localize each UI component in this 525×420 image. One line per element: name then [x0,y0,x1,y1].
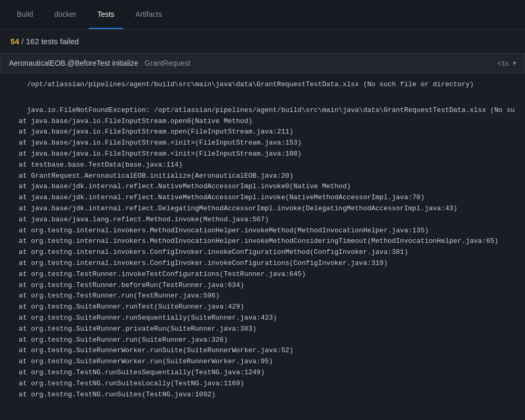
test-header-left: AeronauticalEOB.@BeforeTest initialize G… [9,59,190,67]
test-item-header[interactable]: AeronauticalEOB.@BeforeTest initialize G… [0,53,525,73]
error-line: at org.testng.SuiteRunnerWorker.run(Suit… [11,356,514,367]
test-method-name: AeronauticalEOB.@BeforeTest initialize [9,59,138,67]
error-line: at java.base/jdk.internal.reflect.Native… [11,181,514,192]
test-class-name: GrantRequest [145,59,190,67]
error-line: at java.base/java.lang.reflect.Method.in… [11,214,514,226]
tab-artifacts[interactable]: Artifacts [127,0,171,29]
error-line: java.io.FileNotFoundException: /opt/atla… [11,105,514,116]
error-line: at org.testng.TestNG.runSuitesLocally(Te… [11,378,514,390]
tab-build[interactable]: Build [8,0,42,29]
error-line: at org.testng.SuiteRunner.run(SuiteRunne… [11,335,514,346]
error-line: at org.testng.TestRunner.invokeTestConfi… [11,269,514,280]
error-line: at java.base/java.io.FileInputStream.ope… [11,116,514,127]
error-line: at org.testng.SuiteRunner.privateRun(Sui… [11,324,514,335]
error-line: at org.testng.SuiteRunnerWorker.runSuite… [11,345,514,356]
test-header-right: <1s ▾ [498,59,516,67]
error-line: at java.base/jdk.internal.reflect.Native… [11,192,514,203]
error-line: at java.base/jdk.internal.reflect.Delega… [11,203,514,214]
error-line [11,98,514,105]
tab-docker[interactable]: docker [46,0,85,29]
error-line: at java.base/java.io.FileInputStream.<in… [11,149,514,160]
error-line: at org.testng.TestRunner.beforeRun(TestR… [11,280,514,291]
error-line [11,90,514,98]
summary-total-text: / 162 tests failed [22,37,79,46]
error-line: at org.testng.internal.invokers.ConfigIn… [11,258,514,269]
chevron-down-icon: ▾ [513,59,516,67]
error-line: /opt/atlassian/pipelines/agent/build\src… [11,79,514,90]
error-line: at org.testng.internal.invokers.ConfigIn… [11,247,514,258]
error-line: at GrantRequest.AeronauticalEOB.initiali… [11,171,514,182]
error-line: at org.testng.TestRunner.run(TestRunner.… [11,291,514,302]
error-output-panel: /opt/atlassian/pipelines/agent/build\src… [0,73,525,412]
error-line: at org.testng.TestNG.runSuites(TestNG.ja… [11,390,514,401]
error-line: at org.testng.internal.invokers.MethodIn… [11,226,514,237]
error-line: at testbase.base.TestData(base.java:114) [11,160,514,171]
top-navigation: Build docker Tests Artifacts [0,0,525,29]
tests-summary: 54 / 162 tests failed [0,29,525,53]
failed-count: 54 [11,37,19,46]
error-line: at org.testng.internal.invokers.MethodIn… [11,236,514,247]
error-line: at java.base/java.io.FileInputStream.<in… [11,138,514,149]
summary-text: 54 / 162 tests failed [11,37,79,46]
error-line: at org.testng.SuiteRunner.runSequentiall… [11,313,514,324]
error-line: at org.testng.SuiteRunner.runTest(SuiteR… [11,302,514,313]
tab-tests[interactable]: Tests [89,0,123,29]
test-duration: <1s [498,59,509,67]
error-line: at java.base/java.io.FileInputStream.ope… [11,127,514,138]
error-line: at org.testng.TestNG.runSuitesSequential… [11,367,514,378]
